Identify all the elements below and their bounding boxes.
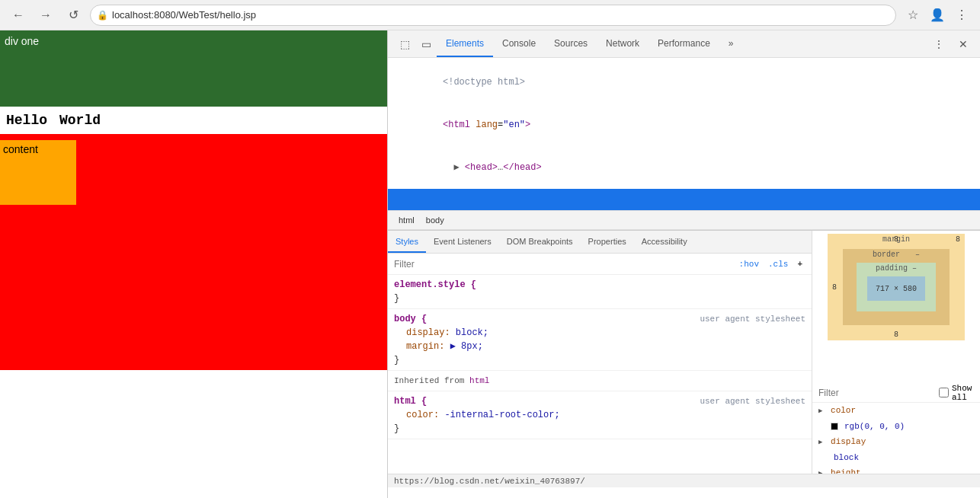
computed-display: ▶ display: [812, 434, 980, 450]
lock-icon: 🔒: [97, 10, 108, 21]
styles-pane: Styles Event Listeners DOM Breakpoints P…: [388, 231, 812, 474]
status-bar: https://blog.csdn.net/weixin_40763897/: [388, 474, 980, 487]
content-main: content: [0, 134, 387, 370]
devtools-toolbar-right: ⋮ ✕: [928, 34, 974, 55]
tab-dom-breakpoints[interactable]: DOM Breakpoints: [499, 231, 581, 253]
show-all-text: Show all: [952, 384, 974, 402]
tab-performance[interactable]: Performance: [649, 30, 719, 57]
devtools-close-button[interactable]: ✕: [953, 34, 974, 55]
tab-styles[interactable]: Styles: [388, 231, 426, 253]
inspect-button[interactable]: ⬚: [394, 34, 415, 55]
computed-display-val: block: [812, 450, 980, 465]
browser-chrome: ← → ↺ 🔒 localhost:8080/WebTest/hello.jsp…: [0, 0, 980, 30]
bottom-panel: Styles Event Listeners DOM Breakpoints P…: [388, 230, 980, 474]
tab-accessibility[interactable]: Accessibility: [634, 231, 695, 253]
rule-selector-element: element.style {: [394, 279, 476, 290]
rule-source-html: user agent stylesheet: [700, 394, 805, 408]
html-line-html: <html lang="en">: [388, 104, 980, 146]
main-area: div one Hello World content ⬚ ▭ Elements…: [0, 30, 980, 498]
tab-network[interactable]: Network: [597, 30, 649, 57]
world-text: World: [59, 113, 101, 128]
profile-button[interactable]: 👤: [927, 5, 948, 26]
status-text: https://blog.csdn.net/weixin_40763897/: [394, 477, 585, 486]
address-bar[interactable]: 🔒 localhost:8080/WebTest/hello.jsp: [90, 5, 896, 26]
filter-cls-button[interactable]: .cls: [765, 258, 791, 270]
show-all-checkbox[interactable]: [939, 388, 949, 397]
margin-num-right: 8: [956, 235, 960, 244]
breadcrumb-bar: html body: [388, 210, 980, 230]
rule-margin: margin: ▶ 8px;: [394, 340, 805, 353]
filter-bar: :hov .cls +: [388, 254, 812, 275]
box-model-area: margin 8 8 8 8 border – paddin: [812, 231, 980, 383]
rule-selector-html: html {: [394, 396, 427, 407]
rule-close-body: }: [394, 355, 399, 366]
html-line-doctype: <!doctype html>: [388, 61, 980, 104]
rule-selector-body: body {: [394, 314, 427, 324]
url-text: localhost:8080/WebTest/hello.jsp: [112, 9, 256, 21]
style-rule-html: html { user agent stylesheet color: -int…: [388, 391, 812, 439]
tab-event-listeners[interactable]: Event Listeners: [426, 231, 499, 253]
content-outer: Hello World content: [0, 107, 387, 370]
rule-close-html: }: [394, 423, 399, 434]
tab-sources[interactable]: Sources: [545, 30, 597, 57]
content-size: 717 × 580: [876, 285, 917, 293]
filter-input[interactable]: [394, 259, 733, 270]
box-model-visual: margin 8 8 8 8 border – paddin: [828, 234, 965, 340]
inherited-from: html: [469, 376, 489, 385]
reload-button[interactable]: ↺: [62, 5, 84, 26]
computed-height: ▶ height: [812, 465, 980, 474]
style-rule-body: body { user agent stylesheet display: bl…: [388, 309, 812, 371]
padding-label: padding –: [876, 264, 917, 273]
color-swatch: [831, 423, 838, 430]
breadcrumb-body[interactable]: body: [421, 214, 449, 226]
html-line-body: … <body> == $0: [388, 189, 980, 210]
computed-color-val: rgb(0, 0, 0): [812, 419, 980, 434]
breadcrumb-html[interactable]: html: [394, 214, 419, 226]
margin-num-bottom: 8: [894, 330, 898, 339]
tab-properties[interactable]: Properties: [581, 231, 634, 253]
content-box: content: [0, 140, 76, 205]
html-line-head: <head>…</head>: [388, 146, 980, 189]
forward-button[interactable]: →: [35, 5, 56, 26]
show-all-label[interactable]: Show all: [939, 384, 974, 402]
devtools-toolbar: ⬚ ▭ Elements Console Sources Network Per…: [388, 30, 980, 58]
computed-filter-bar: Show all: [812, 383, 980, 403]
rule-close-element: }: [394, 293, 399, 304]
computed-filter-input[interactable]: [818, 388, 933, 398]
hello-text: Hello: [6, 113, 47, 128]
rule-source-body: user agent stylesheet: [700, 312, 805, 326]
hello-world-row: Hello World: [0, 107, 387, 134]
div-one: div one: [0, 30, 387, 107]
styles-tabs: Styles Event Listeners DOM Breakpoints P…: [388, 231, 812, 254]
device-button[interactable]: ▭: [415, 34, 437, 55]
rule-display: display: block;: [394, 326, 805, 340]
browser-more-button[interactable]: ⋮: [951, 5, 972, 26]
margin-num-top: 8: [894, 235, 898, 244]
devtools-settings-button[interactable]: ⋮: [928, 34, 950, 55]
rule-color: color: -internal-root-color;: [394, 408, 805, 422]
border-label: border: [873, 251, 900, 259]
inherited-header: Inherited from html: [388, 371, 812, 391]
elements-panel: <!doctype html> <html lang="en"> <head>……: [388, 58, 980, 210]
filter-plus-button[interactable]: +: [794, 258, 805, 270]
toolbar-icons: ☆ 👤 ⋮: [902, 5, 972, 26]
page-content: div one Hello World content: [0, 30, 387, 498]
tab-console[interactable]: Console: [493, 30, 545, 57]
margin-num-left: 8: [832, 283, 837, 292]
inherited-label: Inherited from: [394, 376, 464, 385]
devtools-tabs: Elements Console Sources Network Perform…: [437, 30, 928, 57]
style-rule-element: element.style { }: [388, 275, 812, 309]
box-model-pane: margin 8 8 8 8 border – paddin: [812, 231, 980, 474]
tab-more[interactable]: »: [719, 30, 743, 57]
tab-elements[interactable]: Elements: [437, 30, 493, 57]
bookmark-button[interactable]: ☆: [902, 5, 924, 26]
back-button[interactable]: ←: [8, 5, 29, 26]
head-expand[interactable]: [453, 162, 459, 173]
computed-color: ▶ color: [812, 403, 980, 419]
devtools-panel: ⬚ ▭ Elements Console Sources Network Per…: [387, 30, 980, 498]
content-layer: 717 × 580: [867, 276, 925, 301]
filter-hov-button[interactable]: :hov: [736, 258, 762, 270]
border-val: –: [915, 251, 920, 259]
